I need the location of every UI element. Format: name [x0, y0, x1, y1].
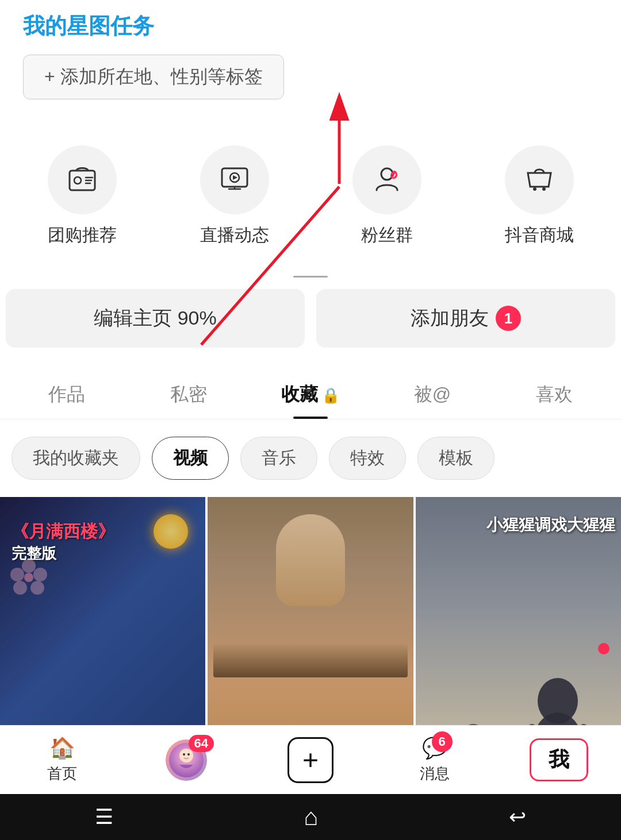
home-icon: 🏠 — [49, 736, 75, 760]
plus-icon[interactable]: + — [288, 737, 334, 783]
svg-point-13 — [10, 568, 24, 581]
svg-point-8 — [542, 187, 546, 191]
fans-group-icon — [352, 145, 421, 214]
live-icon — [200, 145, 269, 214]
feature-icon-grid: 团购推荐 直播动态 — [0, 145, 621, 247]
subtab-music[interactable]: 音乐 — [240, 437, 317, 480]
red-dot — [598, 643, 610, 654]
tab-likes[interactable]: 喜欢 — [493, 371, 615, 419]
subtab-my-collection[interactable]: 我的收藏夹 — [12, 437, 140, 480]
live-item[interactable]: 直播动态 — [200, 145, 269, 247]
nav-plus[interactable]: + — [248, 737, 373, 783]
buddha-head — [276, 514, 345, 606]
svg-point-9 — [22, 559, 36, 573]
message-badge: 6 — [432, 731, 453, 752]
action-buttons-row: 编辑主页 90% 添加朋友 1 — [0, 289, 621, 348]
lock-icon: 🔒 — [321, 387, 340, 404]
live-label: 直播动态 — [200, 224, 269, 247]
moon-decoration — [154, 514, 188, 549]
sub-tabs-row: 我的收藏夹 视频 音乐 特效 模板 — [0, 437, 621, 480]
nav-me-label: 我 — [549, 747, 569, 771]
shop-icon — [505, 145, 574, 214]
system-back-button[interactable]: ↩ — [509, 805, 526, 829]
follow-badge: 64 — [189, 735, 214, 752]
video-3-title: 小猩猩调戏大猩猩 — [421, 514, 615, 536]
svg-point-7 — [533, 187, 536, 191]
content-tabs: 作品 私密 收藏🔒 被@ 喜欢 — [0, 371, 621, 419]
blossom-decoration — [6, 554, 52, 600]
nav-messages-label: 消息 — [420, 764, 450, 784]
tab-mentioned[interactable]: 被@ — [371, 371, 493, 419]
svg-point-11 — [30, 581, 44, 595]
subtab-templates[interactable]: 模板 — [417, 437, 494, 480]
svg-point-27 — [179, 749, 193, 762]
add-tag-button[interactable]: + 添加所在地、性别等标签 — [23, 55, 284, 99]
me-highlight-box: 我 — [530, 738, 588, 781]
bottom-navigation: 🏠 首页 — [0, 725, 621, 794]
divider — [293, 276, 328, 278]
follow-avatar[interactable]: 64 — [166, 739, 207, 781]
nav-home[interactable]: 🏠 首页 — [0, 736, 124, 784]
tab-favorites[interactable]: 收藏🔒 — [250, 371, 371, 419]
group-buy-icon — [48, 145, 117, 214]
page-title: 我的星图任务 — [23, 11, 598, 41]
shop-label: 抖音商城 — [505, 224, 574, 247]
svg-point-10 — [33, 568, 47, 581]
system-navigation: ☰ ⌂ ↩ — [0, 794, 621, 840]
crowd-simulation — [213, 643, 407, 677]
edit-homepage-label: 编辑主页 90% — [94, 305, 217, 332]
svg-marker-4 — [233, 175, 237, 180]
add-friend-badge: 1 — [496, 306, 521, 331]
svg-point-14 — [24, 573, 33, 582]
nav-me[interactable]: 我 — [497, 738, 621, 781]
subtab-video[interactable]: 视频 — [152, 437, 229, 480]
nav-follow[interactable]: 64 — [124, 739, 248, 781]
add-friend-label: 添加朋友 — [411, 305, 489, 332]
svg-point-1 — [74, 177, 81, 184]
tab-private[interactable]: 私密 — [128, 371, 250, 419]
shop-item[interactable]: 抖音商城 — [505, 145, 574, 247]
subtab-effects[interactable]: 特效 — [329, 437, 406, 480]
nav-messages[interactable]: 💬 6 消息 — [373, 736, 497, 784]
edit-homepage-button[interactable]: 编辑主页 90% — [6, 289, 305, 348]
group-buy-label: 团购推荐 — [48, 224, 117, 247]
svg-point-12 — [13, 581, 27, 595]
group-buy-item[interactable]: 团购推荐 — [48, 145, 117, 247]
tab-works[interactable]: 作品 — [6, 371, 128, 419]
fans-group-item[interactable]: 粉丝群 — [352, 145, 421, 247]
nav-home-label: 首页 — [47, 764, 77, 784]
system-home-button[interactable]: ⌂ — [304, 803, 318, 831]
message-wrap: 💬 6 — [422, 736, 448, 760]
fans-group-label: 粉丝群 — [361, 224, 413, 247]
svg-point-29 — [187, 753, 190, 756]
svg-point-28 — [183, 753, 185, 756]
add-friend-button[interactable]: 添加朋友 1 — [316, 289, 615, 348]
system-menu-button[interactable]: ☰ — [95, 805, 113, 829]
